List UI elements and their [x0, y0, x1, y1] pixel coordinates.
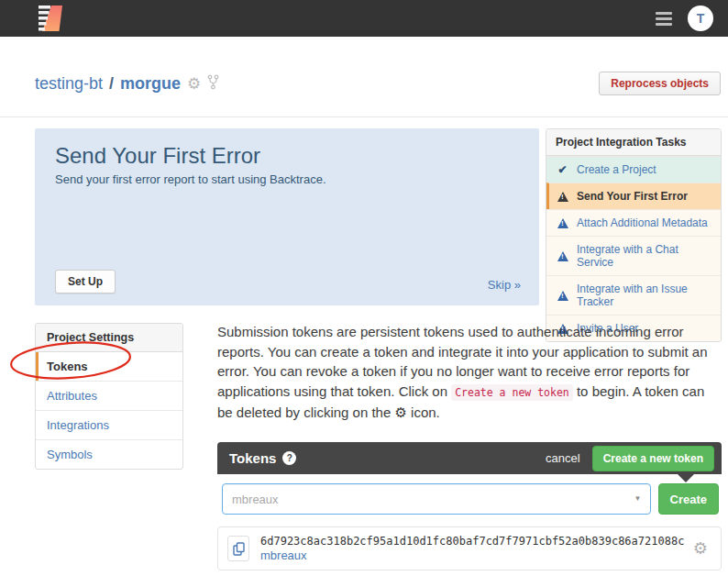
topbar: T [0, 0, 728, 37]
description-text-3: icon. [407, 404, 440, 420]
getting-started-title: Send Your First Error [55, 143, 260, 169]
copy-icon [233, 542, 245, 556]
task-send-your-first-error[interactable]: Send Your First Error [546, 183, 721, 209]
task-integrate-issue-tracker[interactable]: Integrate with an Issue Tracker [546, 275, 721, 315]
token-owner-input[interactable] [222, 483, 651, 515]
new-token-form: ▼ Create [217, 474, 722, 523]
warning-icon [556, 251, 569, 261]
user-avatar[interactable]: T [688, 6, 713, 31]
breadcrumb: testing-bt / morgue ⚙ [35, 72, 219, 94]
menu-icon[interactable] [654, 8, 674, 29]
task-create-a-project[interactable]: ✔ Create a Project [546, 156, 721, 183]
token-value: 6d7923c8ac318b2cf95a1d10d1fc80baf7cd7f79… [260, 535, 684, 548]
check-icon: ✔ [556, 163, 569, 176]
fork-icon[interactable] [207, 74, 219, 94]
tokens-widget: Tokens ? cancel Create a new token ▼ Cre… [217, 442, 722, 570]
token-row: 6d7923c8ac318b2cf95a1d10d1fc80baf7cd7f79… [217, 526, 722, 570]
project-settings-gear-icon[interactable]: ⚙ [187, 76, 201, 92]
integration-tasks-panel: Project Integration Tasks ✔ Create a Pro… [546, 128, 722, 342]
getting-started-panel: Send Your First Error Send your first er… [35, 128, 539, 305]
gear-icon: ⚙ [394, 404, 406, 420]
skip-link[interactable]: Skip » [488, 278, 521, 292]
help-icon[interactable]: ? [282, 451, 296, 465]
tokens-widget-header: Tokens ? cancel Create a new token [217, 442, 722, 474]
backtrace-logo[interactable] [35, 3, 66, 34]
breadcrumb-project-link[interactable]: testing-bt [35, 74, 103, 94]
warning-icon [556, 192, 569, 202]
cancel-link[interactable]: cancel [546, 451, 580, 465]
task-attach-additional-metadata[interactable]: Attach Additional Metadata [546, 209, 721, 236]
settings-item-symbols[interactable]: Symbols [36, 439, 182, 469]
tokens-widget-title: Tokens [229, 450, 276, 466]
header-divider [0, 116, 728, 117]
set-up-button[interactable]: Set Up [55, 270, 116, 294]
reprocess-objects-button[interactable]: Reprocess objects [599, 72, 721, 95]
tokens-description: Submission tokens are persistent tokens … [217, 322, 723, 423]
settings-item-integrations[interactable]: Integrations [36, 410, 182, 439]
warning-icon [556, 218, 569, 228]
breadcrumb-view-link[interactable]: morgue [120, 74, 181, 94]
warning-icon [556, 291, 569, 301]
task-integrate-chat-service[interactable]: Integrate with a Chat Service [546, 236, 721, 275]
copy-token-button[interactable] [227, 536, 249, 561]
project-settings-panel: Project Settings Tokens Attributes Integ… [35, 323, 183, 470]
pointer-caret-icon [678, 474, 694, 482]
settings-item-attributes[interactable]: Attributes [36, 381, 182, 410]
settings-item-tokens[interactable]: Tokens [36, 352, 182, 381]
token-settings-gear-icon[interactable]: ⚙ [693, 540, 708, 557]
token-owner-link[interactable]: mbreaux [260, 548, 684, 562]
topbar-actions: T [654, 6, 713, 31]
create-new-token-button[interactable]: Create a new token [592, 446, 714, 471]
integration-tasks-title: Project Integration Tasks [546, 129, 721, 156]
create-token-code-chip: Create a new token [451, 384, 573, 401]
breadcrumb-separator: / [109, 74, 114, 94]
create-button[interactable]: Create [658, 483, 719, 515]
chevron-down-icon[interactable]: ▼ [634, 494, 642, 503]
project-settings-title: Project Settings [36, 324, 182, 352]
getting-started-subtitle: Send your first error report to start us… [55, 172, 326, 186]
backtrace-logo-icon [35, 3, 66, 34]
